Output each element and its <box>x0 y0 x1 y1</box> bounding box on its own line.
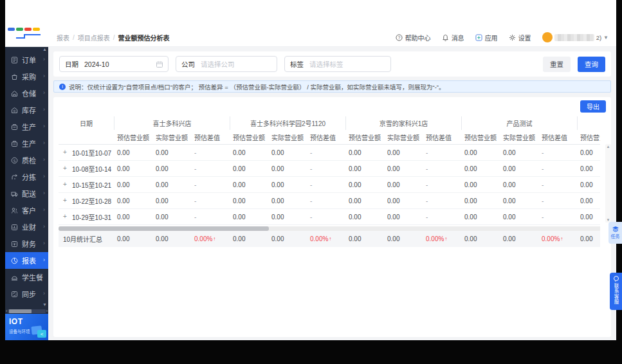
sidebar-item-production-4[interactable]: 生产› <box>5 118 48 135</box>
table-vertical-scrollbar[interactable]: ▲ ▼ <box>605 144 611 223</box>
sidebar-item-procurement-1[interactable]: 采购› <box>5 68 48 85</box>
chevron-right-icon: › <box>43 56 45 62</box>
table-cell: 0.00 <box>230 193 268 208</box>
sidebar-item-delivery-8[interactable]: 配送› <box>5 185 48 202</box>
summary-cell: 0.00%↑ <box>423 231 461 247</box>
sidebar-item-sync-14[interactable]: 同步› <box>5 286 48 302</box>
table-cell: 0.00 <box>577 161 600 176</box>
sidebar-horizontal-scrollbar[interactable]: ‹ › <box>5 308 48 314</box>
calendar-icon <box>156 61 163 68</box>
table-cell: - <box>423 177 461 192</box>
table-cell: 0.00 <box>577 209 600 224</box>
table-cell: 0.00 <box>384 177 423 192</box>
sub-column-header: 实际营业额 <box>384 130 423 145</box>
help-icon: ? <box>396 34 403 41</box>
expand-row-icon[interactable]: + <box>63 214 68 220</box>
gear-icon <box>509 34 516 41</box>
sidebar-hscroll-thumb[interactable] <box>9 309 32 313</box>
summary-cell: 0.00 <box>461 231 500 247</box>
sidebar-item-production-alt-5[interactable]: 生产› <box>5 135 48 152</box>
chevron-right-icon: › <box>43 140 45 146</box>
sidebar-item-business-finance-10[interactable]: 业财› <box>5 219 48 235</box>
iot-banner[interactable]: IOT 设备与环境 < <box>5 314 48 340</box>
sub-column-header: 预估营业额 <box>461 130 500 145</box>
table-cell: - <box>307 209 345 224</box>
scroll-right-icon[interactable]: › <box>46 309 48 313</box>
reset-button[interactable]: 重置 <box>543 57 571 72</box>
sidebar-item-student-meal-13[interactable]: 学生餐 <box>5 269 48 286</box>
chat-icon <box>613 276 619 282</box>
scroll-up-icon[interactable]: ▲ <box>607 144 610 149</box>
store-group-header-1: 喜士多科兴科学园2号1120 <box>230 116 345 130</box>
expand-row-icon[interactable]: + <box>63 181 68 188</box>
tag-filter-placeholder: 请选择标签 <box>309 59 343 69</box>
table-cell: - <box>191 209 230 224</box>
export-button[interactable]: 导出 <box>580 100 606 113</box>
table-horizontal-scrollbar[interactable]: › <box>59 226 600 231</box>
svg-text:S: S <box>13 158 15 162</box>
table-cell: 0.00 <box>230 177 268 192</box>
arrow-up-icon: ↑ <box>329 236 331 242</box>
user-menu[interactable]: 2) ▼ <box>542 32 608 42</box>
student-meal-icon <box>11 274 18 281</box>
table-cell: 0.00 <box>152 161 191 176</box>
store-group-header-0: 喜士多科兴店 <box>114 116 230 130</box>
table-cell: 0.00 <box>500 209 538 224</box>
sidebar-scroll-down-icon[interactable]: ▼ <box>42 302 47 307</box>
table-cell: 0.00 <box>345 193 384 208</box>
expand-row-icon[interactable]: + <box>63 197 68 204</box>
table-cell: 0.00 <box>500 145 538 160</box>
messages-button[interactable]: 消息 <box>442 33 464 42</box>
settings-button[interactable]: 设置 <box>509 33 531 42</box>
arrow-up-icon: ↑ <box>560 236 563 242</box>
iot-title: IOT <box>9 317 23 326</box>
user-name-suffix: 2) <box>596 34 601 41</box>
summary-cell: 0.00 <box>345 231 384 247</box>
table-cell: - <box>538 177 577 192</box>
breadcrumb-project-reports[interactable]: 项目点报表 <box>78 33 110 42</box>
sub-column-header: 预估差值 <box>307 130 345 145</box>
sub-column-header: 预估营业额 <box>577 130 600 145</box>
company-filter-input[interactable]: 公司 请选择公司 <box>176 56 277 72</box>
breadcrumb-reports[interactable]: 报表 <box>57 33 69 42</box>
report-icon <box>11 257 18 264</box>
hscroll-thumb[interactable] <box>59 226 269 231</box>
header-actions: ? 帮助中心 消息 应用 设置 <box>396 32 616 42</box>
table-cell: 0.00 <box>152 177 191 192</box>
table-row-4: +10-29至10-310.000.00-0.000.00-0.000.00-0… <box>59 209 600 225</box>
expand-row-icon[interactable]: + <box>63 165 68 172</box>
table-cell: - <box>191 177 230 192</box>
sidebar-item-warehouse-2[interactable]: 仓储› <box>5 85 48 102</box>
table-cell: 0.00 <box>268 177 307 192</box>
sub-column-header: 预估营业额 <box>345 130 384 145</box>
date-filter-input[interactable]: 日期 2024-10 <box>59 56 169 72</box>
summary-cell: 0.00 <box>577 231 600 247</box>
sidebar-item-report-12[interactable]: 报表› <box>5 252 48 269</box>
apps-button[interactable]: 应用 <box>475 33 498 42</box>
tag-filter-input[interactable]: 标签 请选择标签 <box>284 56 391 72</box>
sidebar-item-customer-9[interactable]: 客户› <box>5 202 48 219</box>
help-center-button[interactable]: ? 帮助中心 <box>396 33 431 42</box>
summary-cell: 0.00 <box>500 231 538 247</box>
table-cell: - <box>538 209 577 224</box>
sidebar-item-order-0[interactable]: 订单› <box>5 51 48 68</box>
sub-column-header: 实际营业额 <box>152 130 191 145</box>
sidebar-item-inventory-3[interactable]: 库存› <box>5 102 48 118</box>
table-cell: 0.00 <box>152 193 191 208</box>
table-cell: 0.00 <box>345 209 384 224</box>
expand-row-icon[interactable]: + <box>63 149 68 156</box>
apps-grid-icon <box>475 34 482 41</box>
customer-support-float-button[interactable]: 联系客服 <box>610 273 622 310</box>
sidebar-item-sorting-7[interactable]: 分拣› <box>5 168 48 185</box>
search-button[interactable]: 查询 <box>578 57 605 72</box>
sidebar-item-finance-11[interactable]: ¥财务› <box>5 235 48 252</box>
table-cell: - <box>307 177 345 192</box>
table-cell: 0.00 <box>114 177 152 192</box>
table-cell: 0.00 <box>114 145 152 160</box>
sidebar-item-quality-6[interactable]: S质检› <box>5 152 48 168</box>
chevron-right-icon: › <box>43 106 45 113</box>
table-cell: 0.00 <box>577 177 600 192</box>
table-cell: 0.00 <box>345 161 384 176</box>
sidebar-scroll-up-icon[interactable]: ▲ <box>42 47 47 51</box>
tasks-float-button[interactable]: 任务 <box>608 222 622 244</box>
